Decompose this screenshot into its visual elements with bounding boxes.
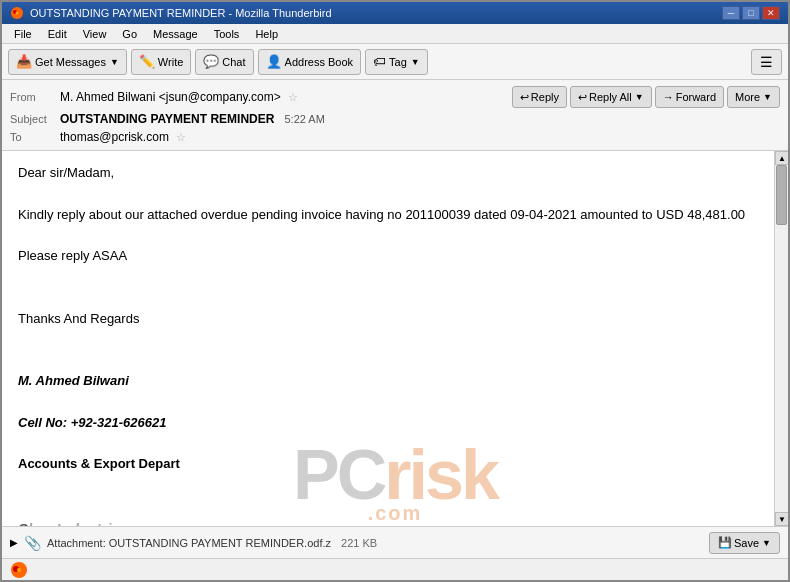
menu-tools[interactable]: Tools <box>206 26 248 42</box>
chat-button[interactable]: 💬 Chat <box>195 49 253 75</box>
reply-icon: ↩ <box>520 91 529 104</box>
email-header: From M. Ahmed Bilwani <jsun@company.com>… <box>2 80 788 151</box>
email-body[interactable]: Dear sir/Madam, Kindly reply about our a… <box>2 151 774 526</box>
get-messages-dropdown[interactable]: ▼ <box>110 57 119 67</box>
body-greeting: Dear sir/Madam, <box>18 163 758 184</box>
menu-message[interactable]: Message <box>145 26 206 42</box>
minimize-button[interactable]: ─ <box>722 6 740 20</box>
tag-icon: 🏷 <box>373 54 386 69</box>
write-button[interactable]: ✏️ Write <box>131 49 191 75</box>
chat-icon: 💬 <box>203 54 219 69</box>
body-signature-company: Sh… Industries <box>18 517 758 526</box>
attachment-expand-icon[interactable]: ▶ <box>10 537 18 548</box>
app-window: OUTSTANDING PAYMENT REMINDER - Mozilla T… <box>0 0 790 582</box>
app-icon <box>10 6 24 20</box>
to-email: thomas@pcrisk.com <box>60 130 169 144</box>
attachment-file-icon: 📎 <box>24 535 41 551</box>
title-bar: OUTSTANDING PAYMENT REMINDER - Mozilla T… <box>2 2 788 24</box>
menu-help[interactable]: Help <box>247 26 286 42</box>
subject-value: OUTSTANDING PAYMENT REMINDER <box>60 112 274 126</box>
address-book-button[interactable]: 👤 Address Book <box>258 49 361 75</box>
from-row: From M. Ahmed Bilwani <jsun@company.com>… <box>10 84 780 110</box>
save-icon: 💾 <box>718 536 732 549</box>
get-messages-icon: 📥 <box>16 54 32 69</box>
to-row: To thomas@pcrisk.com ☆ <box>10 128 780 146</box>
reply-all-dropdown[interactable]: ▼ <box>635 92 644 102</box>
tag-dropdown[interactable]: ▼ <box>411 57 420 67</box>
scroll-up-arrow[interactable]: ▲ <box>775 151 788 165</box>
svg-point-5 <box>17 568 21 572</box>
body-reply-request: Please reply ASAA <box>18 246 758 267</box>
more-dropdown[interactable]: ▼ <box>763 92 772 102</box>
from-email: <jsun@company.com> <box>159 90 281 104</box>
menu-view[interactable]: View <box>75 26 115 42</box>
to-star-icon[interactable]: ☆ <box>176 131 186 143</box>
to-label: To <box>10 131 60 143</box>
from-name: M. Ahmed Bilwani <box>60 90 155 104</box>
forward-button[interactable]: → Forward <box>655 86 724 108</box>
attachment-bar: ▶ 📎 Attachment: OUTSTANDING PAYMENT REMI… <box>2 526 788 558</box>
save-button[interactable]: 💾 Save ▼ <box>709 532 780 554</box>
body-signature-name: M. Ahmed Bilwani <box>18 371 758 392</box>
reply-button[interactable]: ↩ Reply <box>512 86 567 108</box>
email-body-wrapper: Dear sir/Madam, Kindly reply about our a… <box>2 151 788 526</box>
forward-icon: → <box>663 91 674 103</box>
body-signature-phone: Cell No: +92-321-626621 <box>18 413 758 434</box>
attachment-size: 221 KB <box>341 537 377 549</box>
menu-file[interactable]: File <box>6 26 40 42</box>
save-dropdown[interactable]: ▼ <box>762 538 771 548</box>
header-actions: ↩ Reply ↩ Reply All ▼ → Forward More ▼ <box>512 86 780 108</box>
maximize-button[interactable]: □ <box>742 6 760 20</box>
body-signature-dept: Accounts & Export Depart <box>18 454 758 475</box>
status-bar <box>2 558 788 580</box>
scrollbar-thumb[interactable] <box>776 165 787 225</box>
body-regards: Thanks And Regards <box>18 309 758 330</box>
window-title: OUTSTANDING PAYMENT REMINDER - Mozilla T… <box>30 7 722 19</box>
status-text <box>10 561 32 579</box>
reply-all-button[interactable]: ↩ Reply All ▼ <box>570 86 652 108</box>
to-value: thomas@pcrisk.com ☆ <box>60 130 780 144</box>
svg-point-2 <box>16 12 19 15</box>
from-label: From <box>10 91 60 103</box>
menu-go[interactable]: Go <box>114 26 145 42</box>
reply-all-icon: ↩ <box>578 91 587 104</box>
tag-button[interactable]: 🏷 Tag ▼ <box>365 49 428 75</box>
menu-edit[interactable]: Edit <box>40 26 75 42</box>
hamburger-button[interactable]: ☰ <box>751 49 782 75</box>
more-button[interactable]: More ▼ <box>727 86 780 108</box>
toolbar: 📥 Get Messages ▼ ✏️ Write 💬 Chat 👤 Addre… <box>2 44 788 80</box>
write-icon: ✏️ <box>139 54 155 69</box>
scroll-down-arrow[interactable]: ▼ <box>775 512 788 526</box>
subject-label: Subject <box>10 113 60 125</box>
scrollbar[interactable]: ▲ ▼ <box>774 151 788 526</box>
get-messages-button[interactable]: 📥 Get Messages ▼ <box>8 49 127 75</box>
close-button[interactable]: ✕ <box>762 6 780 20</box>
address-book-icon: 👤 <box>266 54 282 69</box>
body-content: Kindly reply about our attached overdue … <box>18 205 758 226</box>
from-value: M. Ahmed Bilwani <jsun@company.com> ☆ <box>60 90 512 104</box>
window-controls: ─ □ ✕ <box>722 6 780 20</box>
subject-row: Subject OUTSTANDING PAYMENT REMINDER 5:2… <box>10 110 780 128</box>
attachment-name: Attachment: OUTSTANDING PAYMENT REMINDER… <box>47 537 331 549</box>
from-star-icon[interactable]: ☆ <box>288 91 298 103</box>
timestamp: 5:22 AM <box>284 113 324 125</box>
scrollbar-track[interactable] <box>775 165 788 512</box>
menu-bar: File Edit View Go Message Tools Help <box>2 24 788 44</box>
